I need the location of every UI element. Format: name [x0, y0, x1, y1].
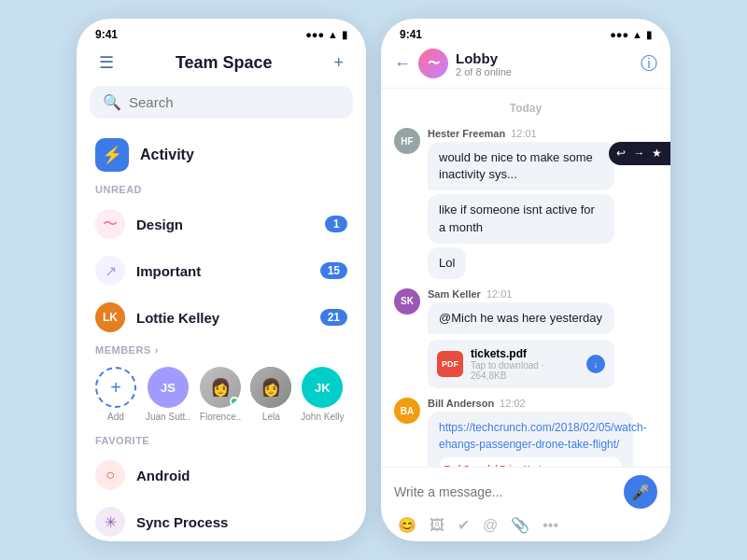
member-john[interactable]: JK John Kelly — [301, 367, 344, 422]
emoji-button[interactable]: 😊 — [398, 516, 416, 534]
member-juan[interactable]: JS Juan Sutt.. — [146, 367, 190, 422]
status-bar-right: 9:41 ●●● ▲ ▮ — [381, 19, 670, 45]
juan-avatar: JS — [148, 367, 189, 408]
link-source: TechCrunch | Brian Heater — [444, 463, 564, 468]
pdf-name: tickets.pdf — [471, 347, 579, 360]
message-actions: ↩ → ★ ••• — [609, 142, 670, 165]
chat-panel: 9:41 ●●● ▲ ▮ ← 〜 Lobby 2 of 8 online ⓘ T… — [381, 19, 670, 541]
status-icons-left: ●●● ▲ ▮ — [305, 29, 347, 41]
back-button[interactable]: ← — [394, 54, 411, 74]
hester-bubble3: Lol — [428, 247, 466, 279]
sam-time: 12:01 — [486, 288, 513, 300]
menu-button[interactable]: ☰ — [95, 49, 118, 77]
mention-button[interactable]: @ — [483, 517, 498, 534]
bill-meta: Bill Anderson 12:02 — [428, 398, 633, 409]
message-hester: HF Hester Freeman 12:01 would be nice to… — [394, 128, 657, 279]
sam-name: Sam Keller — [428, 288, 481, 300]
message-input[interactable] — [394, 484, 616, 499]
member-add[interactable]: + Add — [95, 367, 136, 422]
chat-title: Lobby — [456, 50, 633, 66]
chat-header: ← 〜 Lobby 2 of 8 online ⓘ — [381, 45, 670, 89]
status-icons-right: ●●● ▲ ▮ — [610, 29, 652, 41]
time-left: 9:41 — [95, 28, 118, 41]
pdf-action: Tap to download · 264,8KB — [471, 360, 579, 381]
download-button[interactable]: ↓ — [586, 355, 605, 373]
sam-bubble: @Mich he was here yesterday — [428, 302, 614, 334]
sam-meta: Sam Keller 12:01 — [428, 288, 614, 300]
more-icon[interactable]: ••• — [669, 146, 670, 161]
hester-name: Hester Freeman — [428, 128, 505, 139]
members-section: + Add JS Juan Sutt.. 👩 Florence.. 👩 — [77, 361, 366, 431]
florence-name: Florence.. — [200, 412, 241, 422]
search-input[interactable] — [129, 94, 340, 110]
android-icon: ○ — [95, 460, 125, 490]
lela-name: Lela — [262, 412, 280, 422]
techcrunch-link[interactable]: https://techcrunch.com/2018/02/05/watch-… — [439, 421, 647, 451]
chat-input-area: 🎤 😊 🖼 ✔ @ 📎 ••• — [381, 467, 670, 541]
info-button[interactable]: ⓘ — [641, 52, 657, 75]
member-lela[interactable]: 👩 Lela — [250, 367, 291, 422]
design-label: Design — [136, 217, 314, 232]
attachment-button[interactable]: 📎 — [511, 516, 529, 534]
hester-bubble1: would be nice to make some inactivity sy… — [428, 142, 614, 190]
pdf-icon: PDF — [437, 351, 463, 377]
members-row: + Add JS Juan Sutt.. 👩 Florence.. 👩 — [95, 367, 347, 422]
forward-icon[interactable]: → — [633, 146, 644, 161]
list-item-design[interactable]: 〜 Design 1 — [77, 201, 366, 247]
more-toolbar-button[interactable]: ••• — [543, 517, 558, 534]
list-item-android[interactable]: ○ Android — [77, 452, 366, 498]
juan-name: Juan Sutt.. — [146, 412, 190, 422]
hester-avatar: HF — [394, 128, 420, 154]
add-member-button[interactable]: + — [95, 367, 136, 408]
search-icon: 🔍 — [103, 93, 121, 111]
bill-name: Bill Anderson — [428, 398, 494, 409]
favorite-section-header: FAVORITE — [77, 431, 366, 452]
image-button[interactable]: 🖼 — [430, 517, 444, 534]
activity-label: Activity — [140, 147, 194, 163]
page-title: Team Space — [176, 53, 273, 73]
input-row: 🎤 — [394, 475, 657, 509]
sync-label: Sync Process — [136, 514, 347, 530]
sam-avatar: SK — [394, 288, 420, 315]
florence-avatar: 👩 — [200, 367, 241, 408]
list-item-lottie[interactable]: LK Lottie Kelley 21 — [77, 294, 366, 341]
left-header: ☰ Team Space + — [77, 45, 366, 86]
chat-title-block: Lobby 2 of 8 online — [456, 50, 633, 77]
members-section-header: MEMBERS › — [77, 341, 366, 361]
lela-avatar: 👩 — [250, 367, 291, 408]
hester-bubble2: like if someone isnt active for a month — [428, 194, 614, 243]
chat-toolbar: 😊 🖼 ✔ @ 📎 ••• — [394, 516, 657, 534]
john-name: John Kelly — [301, 412, 344, 422]
bill-bubble: https://techcrunch.com/2018/02/05/watch-… — [428, 412, 633, 467]
activity-icon: ⚡ — [95, 138, 129, 172]
hester-time: 12:01 — [511, 128, 537, 139]
chat-subtitle: 2 of 8 online — [456, 66, 633, 77]
reply-icon[interactable]: ↩ — [616, 146, 626, 161]
add-label: Add — [107, 412, 124, 422]
design-badge: 1 — [325, 216, 347, 232]
star-icon[interactable]: ★ — [652, 146, 662, 161]
left-phone: 9:41 ●●● ▲ ▮ ☰ Team Space + 🔍 ⚡ Activity… — [77, 19, 366, 541]
bill-content: Bill Anderson 12:02 https://techcrunch.c… — [428, 398, 633, 467]
member-florence[interactable]: 👩 Florence.. — [200, 367, 241, 422]
hester-meta: Hester Freeman 12:01 — [428, 128, 614, 139]
hester-content: Hester Freeman 12:01 would be nice to ma… — [428, 128, 614, 279]
mic-button[interactable]: 🎤 — [624, 475, 657, 509]
activity-item[interactable]: ⚡ Activity — [77, 130, 366, 180]
link-card-content: TechCrunch | Brian Heater Watch Ehang's … — [439, 457, 570, 468]
list-item-important[interactable]: ↗ Important 15 — [77, 247, 366, 294]
online-indicator — [230, 397, 239, 406]
design-icon: 〜 — [95, 209, 125, 239]
list-item-sync[interactable]: ✳ Sync Process — [77, 498, 366, 541]
pdf-attachment[interactable]: PDF tickets.pdf Tap to download · 264,8K… — [428, 340, 614, 388]
sync-icon: ✳ — [95, 507, 125, 537]
checklist-button[interactable]: ✔ — [458, 516, 470, 534]
unread-section-header: UNREAD — [77, 180, 366, 201]
lottie-avatar: LK — [95, 302, 125, 332]
time-right: 9:41 — [400, 28, 422, 41]
important-icon: ↗ — [95, 256, 125, 286]
link-card: TechCrunch | Brian Heater Watch Ehang's … — [439, 457, 622, 468]
lottie-label: Lottie Kelley — [136, 310, 309, 326]
android-label: Android — [136, 468, 347, 483]
add-button[interactable]: + — [330, 49, 347, 77]
